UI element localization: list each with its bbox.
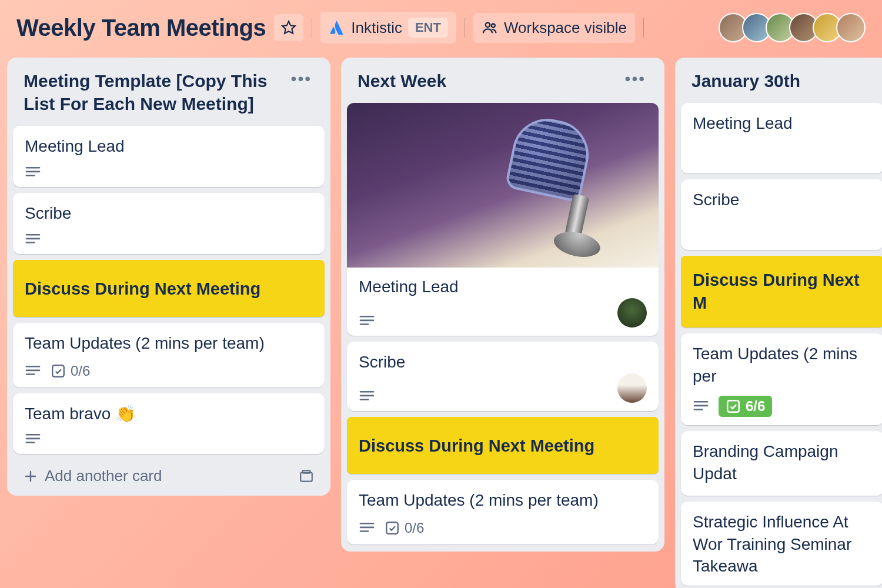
star-board-button[interactable] [274,14,303,41]
checklist-badge: 0/6 [385,520,424,536]
card-separator[interactable]: Discuss During Next Meeting [347,417,659,474]
card-title: Discuss During Next Meeting [25,278,313,300]
card-title: Scribe [359,351,647,373]
card[interactable]: Meeting Lead [681,103,882,173]
svg-rect-19 [303,470,310,473]
visibility-button[interactable]: Workspace visible [473,13,635,43]
svg-rect-29 [386,522,398,534]
list-next-week: Next Week ••• Meeting Lead Scribe Discus… [341,58,664,552]
card-title: Meeting Lead [693,112,872,135]
description-icon [25,233,41,246]
card-title: Strategic Influence At Wor Training Semi… [693,511,872,577]
card[interactable]: Meeting Lead [347,103,659,336]
star-icon [281,20,296,35]
avatar[interactable] [836,13,866,42]
svg-rect-33 [727,400,739,412]
people-icon [482,19,498,36]
description-icon [25,433,41,446]
card-title: Meeting Lead [359,276,647,298]
board-canvas: Meeting Template [Copy This List For Eac… [0,51,882,588]
add-card-button[interactable]: Add another card [13,460,325,489]
card-title: Branding Campaign Updat [693,440,872,485]
card-title: Discuss During Next M [693,269,872,315]
svg-rect-12 [52,365,64,377]
board-header: Weekly Team Meetings Inktistic ENT Works… [0,0,882,51]
card-member-avatar[interactable] [617,298,647,328]
list-menu-button[interactable]: ••• [623,69,648,88]
workspace-badge: ENT [408,18,448,38]
checklist-badge: 0/6 [51,363,90,379]
list-january-30: January 30th Meeting Lead Scribe Discuss… [675,58,882,588]
card[interactable]: Branding Campaign Updat [681,431,882,496]
card[interactable]: Scribe [681,179,882,250]
visibility-label: Workspace visible [504,19,627,37]
board-title[interactable]: Weekly Team Meetings [16,15,266,41]
divider [312,18,312,38]
card[interactable]: Strategic Influence At Wor Training Semi… [681,502,882,586]
divider [465,18,465,38]
card-separator[interactable]: Discuss During Next M [681,256,882,328]
card[interactable]: Team Updates (2 mins per 6/6 [681,333,882,425]
template-icon[interactable] [299,469,314,484]
svg-point-1 [486,23,490,27]
add-card-label: Add another card [45,467,162,485]
card-title: Team Updates (2 mins per team) [359,489,647,512]
description-icon [693,400,709,413]
description-icon [25,166,41,179]
card-title: Scribe [25,202,313,225]
card[interactable]: Team bravo 👏 [13,393,325,455]
card[interactable]: Meeting Lead [13,126,325,187]
svg-point-2 [492,24,495,27]
card-title: Team Updates (2 mins per [693,343,872,387]
atlassian-icon [329,19,345,36]
card[interactable]: Team Updates (2 mins per team) 0/6 [347,480,659,544]
card[interactable]: Team Updates (2 mins per team) 0/6 [13,323,325,387]
description-icon [359,522,375,534]
card-title: Team bravo 👏 [25,403,313,425]
svg-rect-18 [300,472,312,481]
list-menu-button[interactable]: ••• [289,69,314,88]
workspace-name: Inktistic [351,19,402,37]
card-title: Discuss During Next Meeting [359,435,647,457]
plus-icon [24,469,38,483]
checklist-badge-complete: 6/6 [719,396,772,417]
description-icon [359,390,375,403]
list-meeting-template: Meeting Template [Copy This List For Eac… [7,58,330,496]
card-member-avatar[interactable] [617,373,647,403]
svg-marker-0 [282,21,295,34]
card-title: Team Updates (2 mins per team) [25,332,313,355]
workspace-button[interactable]: Inktistic ENT [320,12,456,44]
list-title[interactable]: January 30th [691,69,873,92]
card[interactable]: Scribe [13,193,325,254]
divider [643,18,644,38]
card-title: Scribe [693,189,872,211]
card[interactable]: Scribe [347,342,659,411]
description-icon [359,315,375,328]
list-title[interactable]: Next Week [358,69,623,92]
list-title[interactable]: Meeting Template [Copy This List For Eac… [24,69,289,115]
card-separator[interactable]: Discuss During Next Meeting [13,260,325,317]
description-icon [25,365,41,377]
card-cover-image [347,103,659,268]
board-members[interactable] [724,13,866,42]
card-title: Meeting Lead [25,135,313,158]
